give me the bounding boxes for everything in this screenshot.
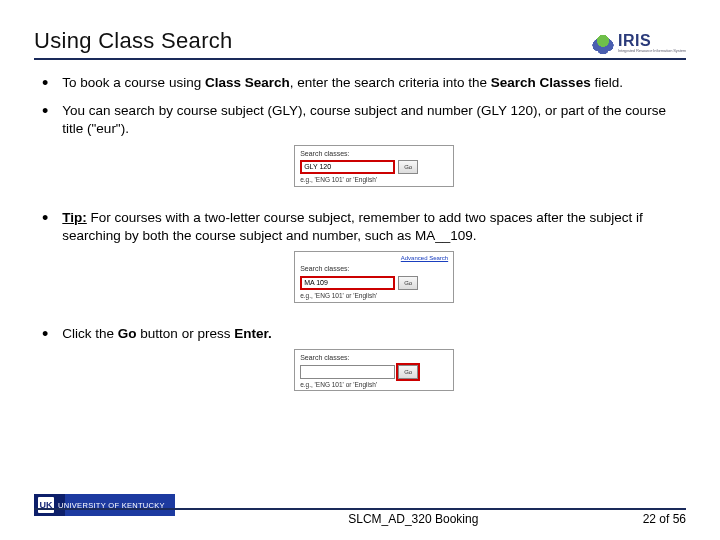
search-hint: e.g., 'ENG 101' or 'English' xyxy=(300,381,448,390)
text: To book a course using xyxy=(62,75,205,90)
search-input[interactable]: GLY 120 xyxy=(300,160,395,174)
bullet-1: • To book a course using Class Search, e… xyxy=(42,74,686,92)
bullet-icon: • xyxy=(42,76,48,92)
bullet-icon: • xyxy=(42,104,48,198)
text: field. xyxy=(591,75,623,90)
iris-sub: Integrated Resource Information System xyxy=(618,49,686,53)
search-thumb-2: Advanced Search Search classes: MA 109 G… xyxy=(294,251,454,303)
slide: Using Class Search IRIS Integrated Resou… xyxy=(0,0,720,540)
input-row: GLY 120 Go xyxy=(300,160,448,174)
text-bold: Enter. xyxy=(234,326,272,341)
search-input[interactable] xyxy=(300,365,395,379)
bullet-body: Click the Go button or press Enter. Sear… xyxy=(62,325,686,403)
bullet-icon: • xyxy=(42,211,48,315)
advanced-search-link[interactable]: Advanced Search xyxy=(401,254,448,262)
iris-main: IRIS xyxy=(618,33,686,49)
bullet-body: You can search by course subject (GLY), … xyxy=(62,102,686,198)
bullet-2: • You can search by course subject (GLY)… xyxy=(42,102,686,198)
footer-line: SLCM_AD_320 Booking 22 of 56 xyxy=(34,508,686,526)
iris-text: IRIS Integrated Resource Information Sys… xyxy=(618,33,686,53)
input-row: Go xyxy=(300,365,448,379)
footer: SLCM_AD_320 Booking 22 of 56 xyxy=(0,508,720,526)
search-thumb-1: Search classes: GLY 120 Go e.g., 'ENG 10… xyxy=(294,145,454,187)
go-button[interactable]: Go xyxy=(398,276,418,290)
header: Using Class Search IRIS Integrated Resou… xyxy=(34,28,686,60)
text-bold: Tip: xyxy=(62,210,87,225)
search-thumb-3: Search classes: Go e.g., 'ENG 101' or 'E… xyxy=(294,349,454,391)
bullet-body: Tip: For courses with a two-letter cours… xyxy=(62,209,686,315)
input-row: MA 109 Go xyxy=(300,276,448,290)
bullet-list: • To book a course using Class Search, e… xyxy=(34,74,686,403)
text: For courses with a two-letter course sub… xyxy=(62,210,643,243)
text-bold: Search Classes xyxy=(491,75,591,90)
search-hint: e.g., 'ENG 101' or 'English' xyxy=(300,176,448,185)
text: You can search by course subject (GLY), … xyxy=(62,103,666,136)
bullet-4: • Click the Go button or press Enter. Se… xyxy=(42,325,686,403)
search-label: Search classes: xyxy=(300,264,448,273)
text: button or press xyxy=(137,326,235,341)
iris-logo: IRIS Integrated Resource Information Sys… xyxy=(592,32,686,54)
text-bold: Go xyxy=(118,326,137,341)
adv-link-row: Advanced Search xyxy=(300,254,448,262)
bullet-3: • Tip: For courses with a two-letter cou… xyxy=(42,209,686,315)
text-bold: Class Search xyxy=(205,75,290,90)
bullet-body: To book a course using Class Search, ent… xyxy=(62,74,686,92)
bullet-icon: • xyxy=(42,327,48,403)
go-button[interactable]: Go xyxy=(398,160,418,174)
slide-title: Using Class Search xyxy=(34,28,233,54)
go-button[interactable]: Go xyxy=(398,365,418,379)
text: Click the xyxy=(62,326,118,341)
search-label: Search classes: xyxy=(300,149,448,158)
search-hint: e.g., 'ENG 101' or 'English' xyxy=(300,292,448,301)
iris-flower-icon xyxy=(592,32,614,54)
search-label: Search classes: xyxy=(300,353,448,362)
text: , enter the search criteria into the xyxy=(290,75,491,90)
page-number: 22 of 56 xyxy=(643,512,686,526)
footer-center: SLCM_AD_320 Booking xyxy=(184,512,643,526)
search-input[interactable]: MA 109 xyxy=(300,276,395,290)
